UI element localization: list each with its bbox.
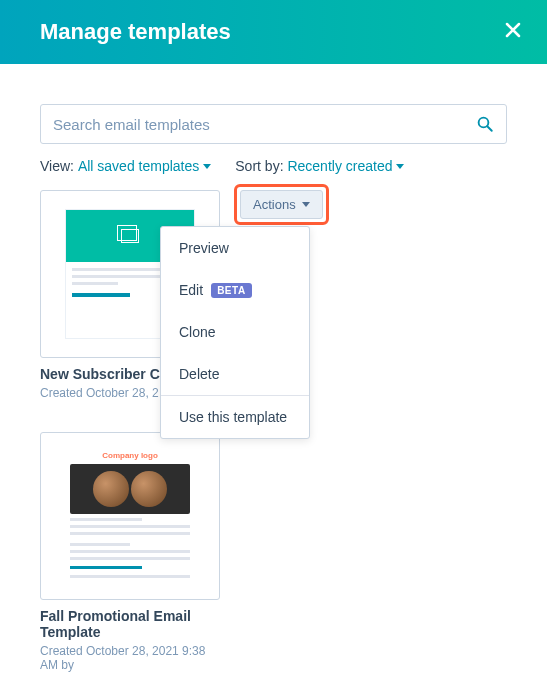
thumb-logo-text: Company logo — [70, 451, 190, 460]
sort-dropdown[interactable]: Recently created — [287, 158, 404, 174]
template-meta-text: Created October 28, 2021 9:38 AM by — [40, 644, 220, 672]
template-card[interactable]: Company logo Fall Promotional Email Temp… — [40, 432, 220, 675]
sort-label: Sort by: — [235, 158, 283, 174]
modal-body: View: All saved templates Sort by: Recen… — [0, 64, 547, 675]
chevron-down-icon — [302, 202, 310, 207]
actions-button[interactable]: Actions — [240, 190, 323, 219]
beta-badge: BETA — [211, 283, 251, 298]
dropdown-label: Clone — [179, 324, 216, 340]
list-controls: View: All saved templates Sort by: Recen… — [40, 158, 507, 174]
actions-dropdown: Preview Edit BETA Clone Delete Use this … — [160, 226, 310, 439]
dropdown-label: Use this template — [179, 409, 287, 425]
template-title: Fall Promotional Email Template — [40, 608, 220, 640]
sort-control: Sort by: Recently created — [235, 158, 404, 174]
actions-highlight: Actions — [234, 184, 329, 225]
view-dropdown[interactable]: All saved templates — [78, 158, 211, 174]
dropdown-item-use-template[interactable]: Use this template — [161, 396, 309, 438]
stack-icon — [121, 229, 139, 243]
view-label: View: — [40, 158, 74, 174]
view-value: All saved templates — [78, 158, 199, 174]
svg-line-1 — [487, 126, 492, 131]
chevron-down-icon — [203, 164, 211, 169]
dropdown-item-clone[interactable]: Clone — [161, 311, 309, 353]
chevron-down-icon — [396, 164, 404, 169]
dropdown-label: Preview — [179, 240, 229, 256]
actions-label: Actions — [253, 197, 296, 212]
search-icon — [476, 115, 494, 133]
template-row: New Subscriber C… Created October 28, 2…… — [40, 190, 507, 400]
dropdown-label: Delete — [179, 366, 219, 382]
dropdown-item-preview[interactable]: Preview — [161, 227, 309, 269]
dropdown-item-delete[interactable]: Delete — [161, 353, 309, 395]
modal-title: Manage templates — [40, 19, 231, 45]
search-button[interactable] — [476, 115, 494, 133]
search-input[interactable] — [53, 116, 476, 133]
template-meta: Created October 28, 2021 9:38 AM by — [40, 644, 220, 675]
sort-value: Recently created — [287, 158, 392, 174]
close-icon[interactable] — [503, 20, 523, 44]
view-control: View: All saved templates — [40, 158, 211, 174]
search-container — [40, 104, 507, 144]
modal-header: Manage templates — [0, 0, 547, 64]
template-thumbnail: Company logo — [40, 432, 220, 600]
dropdown-label: Edit — [179, 282, 203, 298]
dropdown-item-edit[interactable]: Edit BETA — [161, 269, 309, 311]
